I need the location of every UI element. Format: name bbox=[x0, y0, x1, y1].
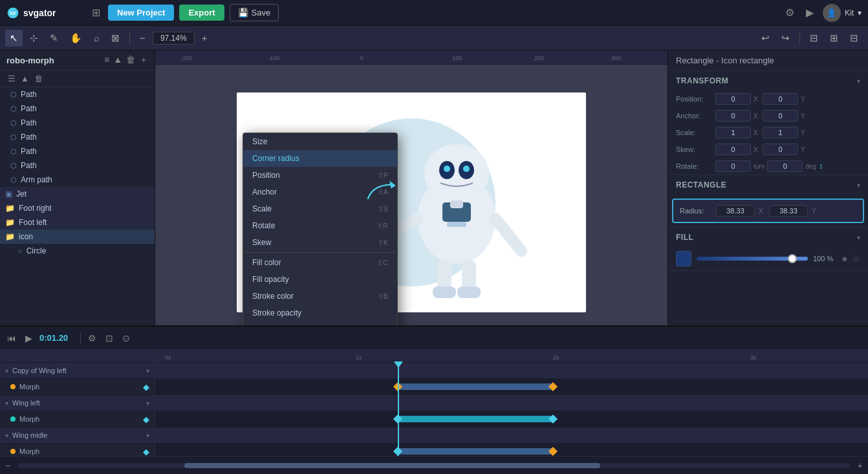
grid-icon[interactable]: ⊞ bbox=[89, 4, 103, 21]
svg-rect-20 bbox=[462, 261, 476, 290]
layer-item[interactable]: ⬡ Path bbox=[0, 87, 155, 102]
menu-item-corner-radius[interactable]: Corner radius bbox=[243, 150, 397, 167]
timeline-tracks[interactable]: 0s 1s 2s 3s bbox=[155, 350, 868, 456]
trash-icon[interactable]: 🗑 bbox=[33, 72, 44, 85]
tl-playhead[interactable] bbox=[398, 363, 399, 456]
tl-track-morph-3[interactable]: Morph ◆ bbox=[0, 444, 155, 456]
grid-toggle[interactable]: ⊟ bbox=[845, 30, 863, 47]
anchor-x-input[interactable] bbox=[715, 110, 751, 122]
tl-track-morph-2[interactable]: Morph ◆ bbox=[0, 411, 155, 427]
distribute-tool[interactable]: ⊞ bbox=[825, 30, 843, 47]
tl-track-morph-1[interactable]: Morph ◆ bbox=[0, 379, 155, 395]
hand-tool[interactable]: ✋ bbox=[65, 30, 87, 47]
scale-x-input[interactable] bbox=[715, 127, 751, 138]
tl-snap[interactable]: ⊡ bbox=[103, 331, 115, 345]
play-icon[interactable]: ▶ bbox=[803, 4, 816, 21]
foot-left-folder[interactable]: 📁 Foot left bbox=[0, 215, 155, 230]
fill-opacity-slider[interactable] bbox=[697, 257, 808, 261]
tl-keyframe-btn-3[interactable]: ◆ bbox=[143, 447, 149, 457]
layers-icon[interactable]: ☰ bbox=[6, 72, 17, 85]
zoom-minus[interactable]: − bbox=[135, 30, 150, 46]
skew-x-input[interactable] bbox=[715, 144, 751, 155]
tl-bar-3[interactable] bbox=[398, 448, 553, 455]
menu-item-rotate[interactable]: Rotate ⇧R bbox=[243, 217, 397, 234]
user-area[interactable]: 👤 Kit ▾ bbox=[823, 4, 862, 22]
align-tool[interactable]: ⊟ bbox=[805, 30, 823, 47]
zoom-plus[interactable]: + bbox=[197, 30, 212, 46]
tl-keyframe-btn[interactable]: ◆ bbox=[143, 382, 149, 392]
save-button[interactable]: 💾 Save bbox=[230, 4, 279, 21]
transform-tool[interactable]: ⊹ bbox=[25, 30, 43, 47]
tl-scrollbar[interactable] bbox=[18, 463, 850, 468]
tl-track-morph-row-1 bbox=[155, 379, 868, 395]
skew-y-input[interactable] bbox=[763, 144, 798, 155]
select-tool[interactable]: ↖ bbox=[5, 30, 23, 47]
layer-item[interactable]: ⬡ Path bbox=[0, 116, 155, 130]
tl-record[interactable]: ⊙ bbox=[120, 331, 132, 345]
fill-chevron-icon: ▾ bbox=[857, 234, 860, 241]
fill-star-icon[interactable]: ★ bbox=[841, 254, 849, 264]
svg-point-17 bbox=[444, 166, 450, 172]
pen-tool[interactable]: ✎ bbox=[45, 30, 63, 47]
tl-keyframe-btn-2[interactable]: ◆ bbox=[143, 415, 149, 424]
fill-header[interactable]: Fill ▾ bbox=[668, 228, 868, 247]
foot-right-folder[interactable]: 📁 Foot right bbox=[0, 201, 155, 215]
fill-add-icon[interactable]: ☆ bbox=[852, 254, 860, 264]
menu-item-skew[interactable]: Skew ⇧K bbox=[243, 234, 397, 251]
collapse-icon[interactable]: ≡ bbox=[104, 54, 109, 66]
menu-item-stroke-opacity[interactable]: Stroke opacity bbox=[243, 305, 397, 321]
layer-item[interactable]: ⬡ Path bbox=[0, 158, 155, 173]
arm-path-item[interactable]: ⬡ Arm path bbox=[0, 173, 155, 187]
export-button[interactable]: Export bbox=[179, 5, 224, 21]
scale-y-input[interactable] bbox=[763, 127, 798, 138]
transform-header[interactable]: Transform ▾ bbox=[668, 71, 868, 91]
layer-item[interactable]: ⬡ Path bbox=[0, 130, 155, 144]
menu-item-stroke-color[interactable]: Stroke color ⇧B bbox=[243, 288, 397, 305]
svg-rect-21 bbox=[433, 286, 456, 298]
jet-folder[interactable]: ▣ Jet bbox=[0, 187, 155, 201]
tl-bar-2[interactable] bbox=[398, 416, 553, 422]
tl-skip-start[interactable]: ⏮ bbox=[5, 331, 18, 345]
layer-item[interactable]: ⬡ Path bbox=[0, 144, 155, 158]
radius-y-input[interactable] bbox=[769, 205, 808, 217]
tl-play[interactable]: ▶ bbox=[23, 331, 34, 345]
up-icon[interactable]: ▲ bbox=[19, 72, 30, 85]
settings-icon[interactable]: ⚙ bbox=[783, 4, 797, 21]
menu-item-size[interactable]: Size bbox=[243, 133, 397, 150]
crop-tool[interactable]: ⊠ bbox=[107, 30, 124, 47]
icon-folder[interactable]: 📁 icon bbox=[0, 230, 155, 244]
new-project-button[interactable]: New Project bbox=[108, 5, 174, 21]
menu-item-fill-opacity[interactable]: Fill opacity bbox=[243, 271, 397, 288]
layer-item[interactable]: ⬡ Path bbox=[0, 102, 155, 116]
undo-button[interactable]: ↩ bbox=[757, 30, 774, 47]
anchor-y-input[interactable] bbox=[763, 110, 798, 122]
tl-group-wing-middle[interactable]: ▾ Wing midle ▾ bbox=[0, 427, 155, 444]
rectangle-header[interactable]: Rectangle ▾ bbox=[668, 175, 868, 195]
tl-settings[interactable]: ⚙ bbox=[86, 331, 98, 345]
menu-item-fill-color[interactable]: Fill color ⇧C bbox=[243, 254, 397, 271]
tl-group-copy-wing-left[interactable]: ▾ Copy of Wing left ▾ bbox=[0, 363, 155, 379]
path-icon: ⬡ bbox=[10, 105, 17, 113]
menu-item-stroke-width[interactable]: Stroke width ⇧W bbox=[243, 321, 397, 325]
tl-zoom-in[interactable]: + bbox=[858, 460, 863, 471]
tl-zoom-out[interactable]: − bbox=[5, 460, 10, 471]
tl-scrollbar-thumb[interactable] bbox=[184, 463, 600, 468]
canvas-viewport[interactable]: Size Corner radius Position ⇧P Anchor ⇧A… bbox=[155, 65, 667, 325]
tl-group-wing-left[interactable]: ▾ Wing left ▾ bbox=[0, 395, 155, 411]
circle-item[interactable]: ○ Circle bbox=[0, 244, 155, 258]
skew-field: X Y bbox=[715, 144, 807, 155]
add-layer-icon[interactable]: ＋ bbox=[139, 54, 148, 66]
rotate-value-input[interactable] bbox=[715, 160, 751, 172]
delete-icon[interactable]: 🗑 bbox=[126, 54, 135, 66]
tl-bar-1[interactable] bbox=[398, 383, 553, 390]
position-x-input[interactable] bbox=[715, 93, 751, 105]
zoom-tool[interactable]: ⌕ bbox=[89, 30, 104, 46]
rotate-deg-input[interactable] bbox=[767, 160, 803, 172]
fill-color-swatch[interactable] bbox=[676, 251, 691, 266]
expand-up-icon[interactable]: ▲ bbox=[113, 54, 122, 66]
zoom-value[interactable]: 97.14% bbox=[153, 32, 195, 45]
tl-dot-orange-3 bbox=[10, 449, 16, 454]
redo-button[interactable]: ↪ bbox=[777, 30, 794, 47]
position-y-input[interactable] bbox=[763, 93, 798, 105]
radius-x-input[interactable] bbox=[716, 205, 755, 217]
